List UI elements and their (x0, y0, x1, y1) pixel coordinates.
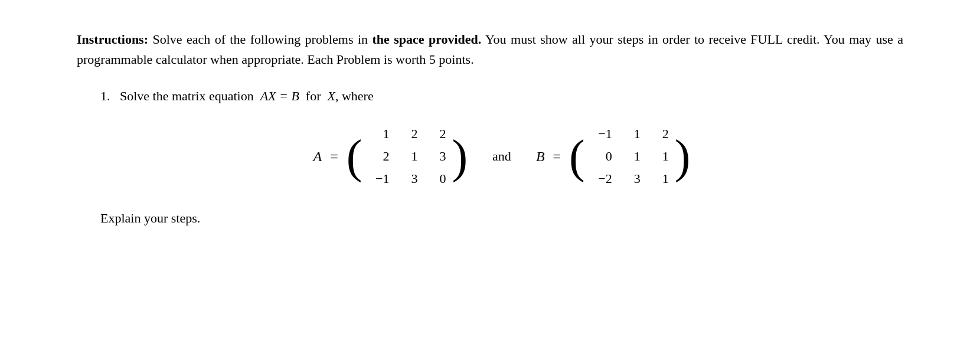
cell-a-21: 3 (396, 171, 417, 186)
cell-b-21: 3 (619, 171, 641, 186)
matrix-b-paren-left: ( (569, 133, 585, 180)
instructions-block: Instructions: Solve each of the followin… (77, 30, 903, 70)
matrix-a-paren-right: ) (452, 133, 468, 180)
matrix-a-expr: A = ( 1 2 2 2 1 3 −1 3 0 ) (313, 120, 468, 193)
cell-a-10: 2 (368, 149, 389, 164)
matrix-b-label: B (536, 149, 545, 165)
cell-a-11: 1 (396, 149, 417, 164)
cell-b-20: −2 (591, 171, 612, 186)
matrix-b-wrapper: ( −1 1 2 0 1 1 −2 3 1 ) (569, 120, 690, 193)
cell-a-02: 2 (424, 126, 446, 142)
cell-b-22: 1 (648, 171, 669, 186)
instructions-bold: the space provided. (372, 32, 481, 47)
and-text: and (478, 149, 525, 164)
matrix-a-paren-left: ( (347, 133, 362, 180)
cell-b-12: 1 (648, 149, 669, 164)
problem-description: Solve the matrix equation (120, 89, 254, 103)
matrix-b-expr: B = ( −1 1 2 0 1 1 −2 3 1 ) (536, 120, 691, 193)
matrix-a-label: A (313, 149, 322, 165)
matrix-a-grid: 1 2 2 2 1 3 −1 3 0 (362, 120, 452, 193)
matrix-b-paren-right: ) (675, 133, 691, 180)
equation-text: AX = B (260, 89, 299, 103)
problem-block: 1. Solve the matrix equation AX = B for … (100, 86, 903, 226)
problem-number: 1. (100, 89, 110, 103)
cell-b-01: 1 (619, 126, 641, 142)
page-container: Instructions: Solve each of the followin… (0, 0, 980, 360)
matrix-a-wrapper: ( 1 2 2 2 1 3 −1 3 0 ) (347, 120, 468, 193)
problem-variable: X (328, 89, 335, 103)
matrix-b-grid: −1 1 2 0 1 1 −2 3 1 (585, 120, 675, 193)
matrix-b-eq: = (551, 149, 564, 165)
cell-a-20: −1 (368, 171, 389, 186)
matrix-a-eq: = (328, 149, 341, 165)
cell-b-11: 1 (619, 149, 641, 164)
cell-a-01: 2 (396, 126, 417, 142)
explain-text: Explain your steps. (100, 211, 903, 226)
cell-a-00: 1 (368, 126, 389, 142)
cell-a-12: 3 (424, 149, 446, 164)
problem-heading: 1. Solve the matrix equation AX = B for … (100, 86, 903, 106)
problem-where: , where (335, 89, 374, 103)
problem-for: for (306, 89, 321, 103)
cell-b-02: 2 (648, 126, 669, 142)
cell-b-10: 0 (591, 149, 612, 164)
matrix-equation-row: A = ( 1 2 2 2 1 3 −1 3 0 ) (100, 120, 903, 193)
cell-a-22: 0 (424, 171, 446, 186)
instructions-label: Instructions: (77, 32, 148, 47)
instructions-text1: Solve each of the following problems in (148, 32, 372, 47)
cell-b-00: −1 (591, 126, 612, 142)
